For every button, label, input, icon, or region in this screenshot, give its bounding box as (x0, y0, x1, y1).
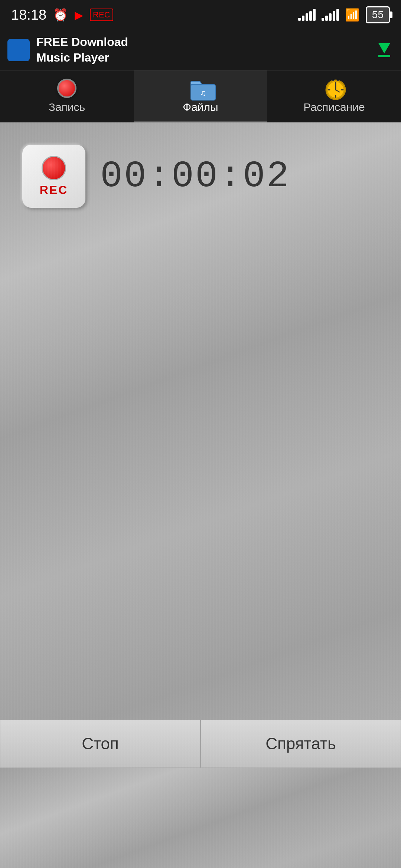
record-tab-icon (57, 79, 76, 98)
control-buttons: Стоп Спрятать (0, 720, 401, 768)
stop-button[interactable]: Стоп (0, 720, 200, 768)
signal-bar (329, 13, 332, 21)
signal-bar (333, 11, 335, 21)
ad-banner[interactable]: FREE Download Music Player (0, 30, 401, 70)
battery-level: 55 (372, 9, 384, 21)
signal-bars-1 (298, 9, 316, 21)
svg-rect-10 (332, 80, 334, 81)
ad-icon (7, 39, 30, 61)
status-bar-right: 📶 55 (298, 6, 390, 23)
rec-status-icon: REC (90, 9, 113, 21)
rec-label: REC (40, 183, 68, 197)
download-arrow-icon (378, 43, 390, 53)
hide-button[interactable]: Спрятать (200, 720, 401, 768)
signal-bar (302, 16, 304, 21)
tab-schedule[interactable]: Расписание (267, 70, 401, 122)
status-time: 18:18 (11, 7, 46, 23)
timer-section: REC 00:00:02 (0, 122, 313, 223)
alarm-icon: ⏰ (53, 8, 68, 22)
rec-dot-icon (42, 156, 66, 180)
ad-content: FREE Download Music Player (7, 34, 128, 65)
ad-download-button[interactable] (375, 41, 394, 59)
signal-bar (336, 9, 339, 21)
status-bar: 18:18 ⏰ ▶ REC 📶 55 (0, 0, 401, 30)
youtube-icon: ▶ (75, 9, 83, 22)
signal-bar (322, 18, 324, 21)
play-icon (12, 42, 25, 58)
ad-title-line1: FREE Download (36, 34, 128, 50)
signal-bar (306, 13, 308, 21)
signal-bars-2 (322, 9, 339, 21)
schedule-tab-icon (325, 79, 344, 98)
timer-display: 00:00:02 (100, 155, 290, 197)
signal-bar (298, 18, 301, 21)
tab-files-label: Файлы (183, 101, 218, 114)
ad-text-block: FREE Download Music Player (36, 34, 128, 65)
rec-button[interactable]: REC (22, 145, 85, 208)
tab-schedule-label: Расписание (303, 101, 365, 114)
main-content: REC 00:00:02 Стоп Спрятать (0, 122, 401, 768)
signal-bar (313, 9, 316, 21)
tab-bar: Запись ♫ Файлы (0, 70, 401, 122)
download-line-icon (378, 55, 390, 57)
signal-bar (309, 11, 312, 21)
svg-rect-11 (337, 80, 339, 81)
svg-text:♫: ♫ (200, 88, 206, 98)
files-tab-icon: ♫ (190, 79, 211, 98)
lower-area (0, 768, 401, 868)
tab-record-label: Запись (49, 101, 85, 114)
tab-files[interactable]: ♫ Файлы (134, 70, 267, 122)
wifi-icon: 📶 (345, 8, 360, 22)
battery-indicator: 55 (366, 6, 390, 23)
signal-bar (325, 16, 328, 21)
main-spacer (0, 223, 401, 720)
status-bar-left: 18:18 ⏰ ▶ REC (11, 7, 113, 23)
ad-title-line2: Music Player (36, 50, 128, 66)
tab-record[interactable]: Запись (0, 70, 134, 122)
